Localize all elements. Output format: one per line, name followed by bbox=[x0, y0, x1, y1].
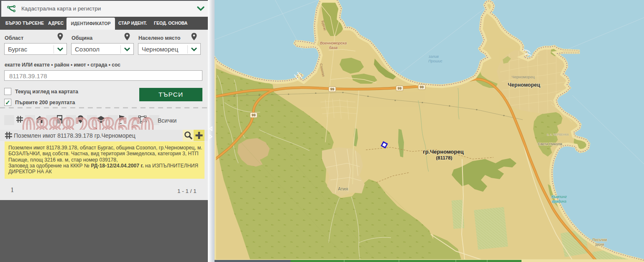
svg-text:Прошис: Прошис bbox=[428, 59, 442, 63]
svg-text:гр.Черноморец: гр.Черноморец bbox=[423, 149, 463, 155]
svg-text:Черноморец: Черноморец bbox=[511, 74, 535, 79]
svg-text:Песъчни: Песъчни bbox=[593, 238, 607, 242]
svg-text:дюни: дюни bbox=[595, 242, 604, 247]
svg-text:99: 99 bbox=[252, 113, 256, 117]
svg-text:база: база bbox=[329, 45, 337, 50]
svg-text:градина: градина bbox=[552, 199, 566, 203]
svg-text:99: 99 bbox=[398, 86, 402, 90]
svg-text:Свети Никола: Свети Никола bbox=[538, 142, 562, 146]
svg-text:Къмпинг: Къмпинг bbox=[552, 195, 567, 199]
svg-text:(81178): (81178) bbox=[436, 155, 452, 160]
svg-text:99: 99 bbox=[330, 87, 335, 91]
svg-text:Атия: Атия bbox=[338, 186, 348, 191]
svg-text:Черноморец: Черноморец bbox=[508, 82, 540, 88]
svg-text:99: 99 bbox=[420, 85, 424, 89]
svg-text:залив: залив bbox=[428, 54, 439, 59]
svg-text:в. з. ЧЕРВЕНКА: в. з. ЧЕРВЕНКА bbox=[547, 133, 569, 136]
svg-text:Военноморска: Военноморска bbox=[320, 41, 347, 45]
